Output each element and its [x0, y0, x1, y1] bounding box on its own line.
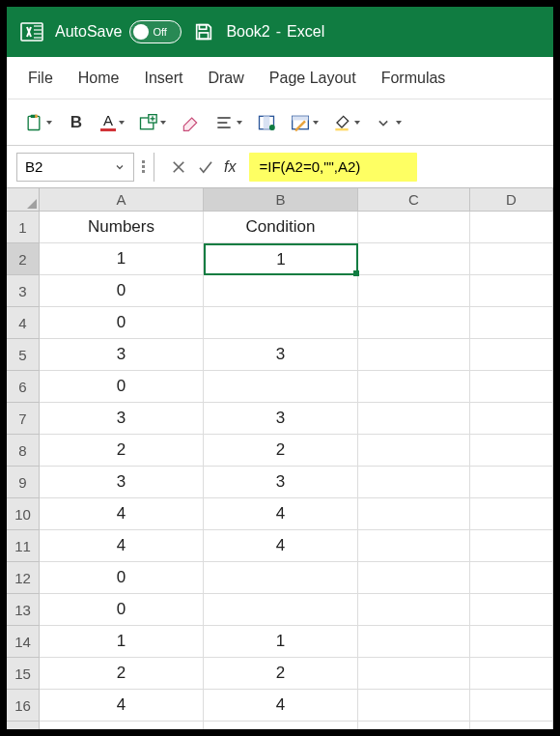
col-header-b[interactable]: B	[204, 188, 358, 212]
cell[interactable]	[358, 690, 470, 722]
row-header[interactable]: 3	[7, 275, 40, 307]
cell[interactable]	[470, 498, 553, 530]
tab-home[interactable]: Home	[78, 70, 120, 87]
cell[interactable]: 4	[204, 690, 358, 722]
cell[interactable]: 1	[204, 243, 358, 275]
cell[interactable]	[470, 275, 553, 307]
cell[interactable]	[358, 594, 470, 626]
col-header-c[interactable]: C	[358, 188, 470, 212]
cell[interactable]	[470, 658, 553, 690]
cell[interactable]	[470, 339, 553, 371]
cell[interactable]	[470, 530, 553, 562]
cell[interactable]: 4	[40, 530, 204, 562]
cell[interactable]	[358, 498, 470, 530]
cell[interactable]	[470, 403, 553, 435]
cell[interactable]: 2	[204, 435, 358, 467]
cell[interactable]	[358, 339, 470, 371]
number-format-button[interactable]	[252, 108, 281, 137]
cell[interactable]: 3	[40, 339, 204, 371]
cell[interactable]	[470, 243, 553, 275]
cancel-icon[interactable]	[170, 158, 187, 176]
cell[interactable]	[204, 307, 358, 339]
row-header[interactable]: 4	[7, 307, 40, 339]
cell[interactable]: 3	[40, 467, 204, 498]
clear-formatting-button[interactable]	[176, 108, 205, 137]
cell[interactable]	[358, 212, 470, 243]
cell[interactable]: 2	[204, 658, 358, 690]
cell[interactable]	[358, 371, 470, 403]
cell[interactable]: 4	[204, 498, 358, 530]
autosave-toggle[interactable]: Off	[129, 20, 182, 43]
align-button[interactable]	[210, 108, 246, 137]
cell[interactable]	[470, 722, 553, 729]
tab-insert[interactable]: Insert	[144, 70, 182, 87]
cell[interactable]: 3	[204, 467, 358, 498]
col-header-a[interactable]: A	[40, 188, 204, 212]
select-all-corner[interactable]	[7, 188, 40, 212]
cell[interactable]: 4	[40, 498, 204, 530]
more-button[interactable]	[370, 108, 406, 137]
cell[interactable]	[470, 562, 553, 594]
cell[interactable]: Numbers	[40, 212, 204, 243]
cell[interactable]: 1	[204, 626, 358, 658]
tab-formulas[interactable]: Formulas	[381, 70, 446, 87]
conditional-formatting-button[interactable]	[287, 108, 322, 137]
row-header[interactable]: 11	[7, 530, 40, 562]
cell[interactable]	[358, 403, 470, 435]
row-header[interactable]: 8	[7, 435, 40, 467]
cell[interactable]: 2	[40, 658, 204, 690]
cell[interactable]: 0	[40, 275, 204, 307]
cell[interactable]	[204, 562, 358, 594]
row-header[interactable]: 15	[7, 658, 40, 690]
cell[interactable]	[358, 626, 470, 658]
cell[interactable]	[470, 371, 553, 403]
cell[interactable]: 3	[204, 403, 358, 435]
formula-input[interactable]: =IF(A2=0,"",A2)	[249, 153, 417, 182]
cell[interactable]	[358, 467, 470, 498]
row-header[interactable]: 1	[7, 212, 40, 243]
col-header-d[interactable]: D	[470, 188, 553, 212]
autosave-control[interactable]: AutoSave Off	[55, 20, 182, 43]
save-icon[interactable]	[193, 21, 214, 42]
cell[interactable]	[40, 722, 204, 729]
cell[interactable]: 4	[204, 530, 358, 562]
row-header[interactable]: 17	[7, 722, 40, 729]
cell[interactable]	[358, 562, 470, 594]
cell[interactable]	[358, 435, 470, 467]
bold-button[interactable]: B	[62, 108, 91, 137]
row-header[interactable]: 10	[7, 498, 40, 530]
tab-file[interactable]: File	[28, 70, 53, 87]
cell[interactable]	[358, 722, 470, 729]
cell[interactable]	[358, 275, 470, 307]
cell[interactable]	[358, 243, 470, 275]
row-header[interactable]: 9	[7, 467, 40, 498]
cell[interactable]	[470, 594, 553, 626]
row-header[interactable]: 5	[7, 339, 40, 371]
cell[interactable]	[470, 435, 553, 467]
cell[interactable]	[358, 530, 470, 562]
row-header[interactable]: 7	[7, 403, 40, 435]
row-header[interactable]: 14	[7, 626, 40, 658]
name-box[interactable]: B2	[16, 153, 134, 182]
cell[interactable]: 4	[40, 690, 204, 722]
cell[interactable]: 1	[40, 243, 204, 275]
cell[interactable]	[204, 275, 358, 307]
cell[interactable]: 3	[204, 339, 358, 371]
cell[interactable]	[470, 626, 553, 658]
cell[interactable]: 0	[40, 562, 204, 594]
row-header[interactable]: 13	[7, 594, 40, 626]
font-color-button[interactable]: A	[97, 108, 128, 137]
fx-label[interactable]: fx	[224, 158, 236, 176]
fill-color-button[interactable]	[328, 108, 364, 137]
cell[interactable]: Condition	[204, 212, 358, 243]
paste-button[interactable]	[20, 108, 56, 137]
tab-page-layout[interactable]: Page Layout	[269, 70, 356, 87]
cell[interactable]: 0	[40, 371, 204, 403]
cell[interactable]	[204, 722, 358, 729]
row-header[interactable]: 6	[7, 371, 40, 403]
tab-draw[interactable]: Draw	[208, 70, 243, 87]
cell[interactable]	[358, 658, 470, 690]
enter-icon[interactable]	[197, 158, 214, 176]
cell[interactable]: 0	[40, 307, 204, 339]
row-header[interactable]: 16	[7, 690, 40, 722]
